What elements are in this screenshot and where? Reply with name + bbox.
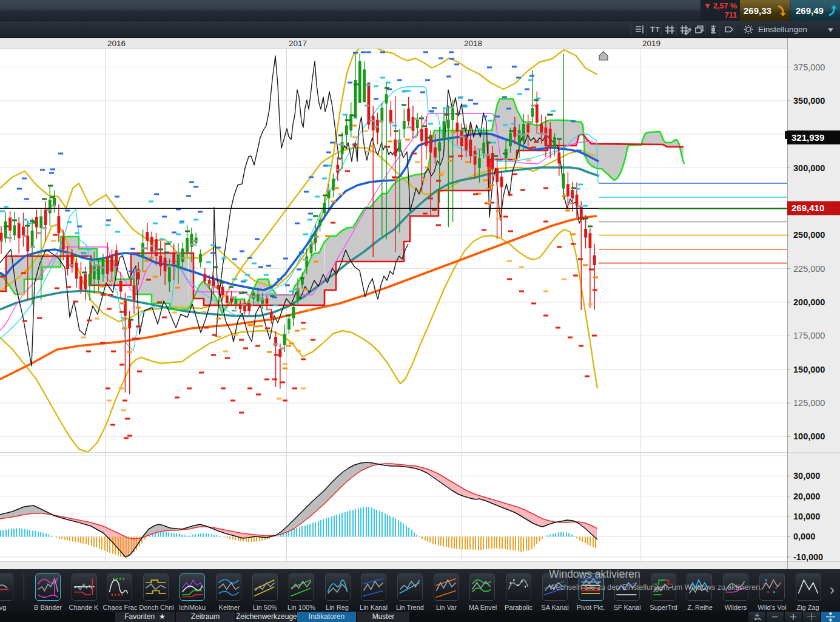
svg-text:100,000: 100,000 bbox=[793, 431, 825, 441]
svg-text:321,939: 321,939 bbox=[791, 132, 824, 143]
svg-text:Einstellungen: Einstellungen bbox=[758, 25, 807, 34]
svg-text:20,000: 20,000 bbox=[793, 492, 820, 501]
svg-text:300,000: 300,000 bbox=[793, 163, 825, 173]
svg-text:2017: 2017 bbox=[289, 39, 307, 48]
svg-text:T: T bbox=[650, 25, 655, 34]
svg-text:175,000: 175,000 bbox=[793, 331, 825, 340]
svg-text:225,000: 225,000 bbox=[793, 264, 825, 274]
svg-text:0,000: 0,000 bbox=[793, 532, 815, 541]
svg-text:200,000: 200,000 bbox=[793, 297, 825, 307]
svg-text:375,000: 375,000 bbox=[793, 63, 825, 72]
svg-text:2018: 2018 bbox=[464, 39, 482, 48]
svg-text:125,000: 125,000 bbox=[793, 398, 825, 408]
svg-text:-10,000: -10,000 bbox=[793, 552, 823, 562]
svg-text:150,000: 150,000 bbox=[793, 365, 825, 374]
svg-text:250,000: 250,000 bbox=[793, 230, 825, 240]
svg-text:269,410: 269,410 bbox=[791, 203, 824, 213]
svg-text:T: T bbox=[656, 27, 659, 33]
svg-text:2019: 2019 bbox=[642, 39, 660, 48]
svg-text:10,000: 10,000 bbox=[793, 512, 820, 521]
svg-text:350,000: 350,000 bbox=[793, 96, 825, 106]
svg-text:30,000: 30,000 bbox=[793, 471, 820, 481]
svg-text:2016: 2016 bbox=[107, 39, 126, 48]
